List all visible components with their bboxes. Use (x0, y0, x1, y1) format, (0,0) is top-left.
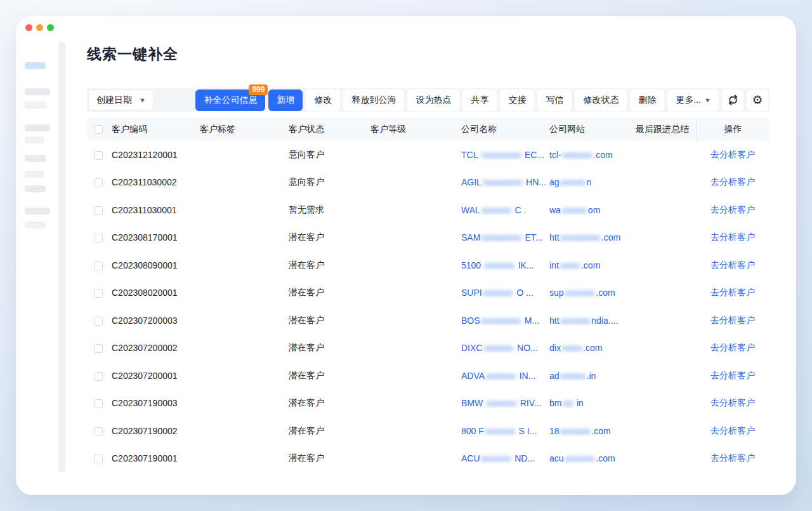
company-website-visible: .com (581, 260, 600, 270)
sidebar-item[interactable] (25, 155, 46, 162)
company-website-link[interactable]: dixoooo.com (549, 343, 636, 353)
row-checkbox[interactable] (94, 427, 103, 436)
company-website-link[interactable]: waoooooom (549, 205, 636, 215)
company-name-link[interactable]: SAMoooooooo ET... (461, 232, 549, 242)
analyze-customer-link[interactable]: 去分析客户 (710, 315, 755, 325)
sidebar-item[interactable] (25, 136, 44, 143)
company-name-link[interactable]: ADVAoooooo IN... (461, 371, 549, 381)
table-row: C202312120001 意向客户 TCL oooooooo EC... tc… (87, 141, 769, 169)
more-label: 更多... (676, 95, 701, 106)
sync-transfer-button[interactable] (722, 90, 743, 111)
add-button[interactable]: 新增 (268, 90, 303, 111)
analyze-customer-link[interactable]: 去分析客户 (710, 149, 755, 159)
sidebar-item[interactable] (25, 171, 44, 178)
complete-company-info-button[interactable]: 补全公司信息 999 (195, 90, 265, 111)
close-window-button[interactable] (25, 24, 32, 31)
row-checkbox[interactable] (94, 317, 103, 326)
row-checkbox-cell (87, 453, 112, 463)
analyze-customer-link[interactable]: 去分析客户 (710, 204, 755, 215)
row-checkbox[interactable] (94, 455, 103, 463)
company-website-link[interactable]: bmoo in (549, 398, 636, 408)
analyze-customer-link[interactable]: 去分析客户 (710, 176, 755, 187)
toolbar-button[interactable]: 删除 (630, 90, 664, 111)
row-checkbox[interactable] (94, 344, 103, 353)
sidebar-item[interactable] (25, 102, 47, 109)
maximize-window-button[interactable] (47, 24, 54, 31)
column-header: 客户等级 (370, 117, 461, 141)
analyze-customer-link[interactable]: 去分析客户 (710, 453, 755, 463)
toolbar-button[interactable]: 写信 (537, 90, 572, 111)
select-all-checkbox[interactable] (94, 125, 103, 134)
row-checkbox[interactable] (94, 234, 103, 242)
table-row: C202307200003 潜在客户 BOSoooooooo M... htto… (87, 307, 769, 335)
row-checkbox[interactable] (94, 289, 103, 298)
company-name-visible: RIV... (518, 398, 542, 408)
row-checkbox[interactable] (94, 151, 103, 160)
company-name-link[interactable]: ACUoooooo ND... (461, 453, 549, 463)
row-checkbox[interactable] (94, 372, 103, 381)
toolbar-button[interactable]: 释放到公海 (343, 90, 404, 111)
company-website-visible: htt (549, 232, 560, 242)
company-name-link[interactable]: 800 Foooooo S I... (461, 426, 549, 436)
minimize-window-button[interactable] (36, 24, 43, 31)
toolbar-button[interactable]: 交接 (500, 90, 534, 111)
company-name-redacted: oooooooo (481, 315, 521, 326)
row-checkbox[interactable] (94, 399, 103, 408)
company-name-link[interactable]: AGILoooooooo HN... (461, 177, 549, 187)
company-name-link[interactable]: DIXCoooooo NO... (461, 343, 549, 353)
customer-status: 潜在客户 (289, 287, 370, 298)
sidebar-item[interactable] (25, 208, 50, 215)
analyze-customer-link[interactable]: 去分析客户 (710, 342, 755, 352)
analyze-customer-link[interactable]: 去分析客户 (710, 397, 755, 408)
more-button[interactable]: 更多... ▼ (667, 90, 719, 111)
sync-transfer-icon (728, 95, 738, 105)
analyze-customer-link[interactable]: 去分析客户 (710, 260, 755, 270)
row-checkbox[interactable] (94, 178, 103, 187)
analyze-customer-link[interactable]: 去分析客户 (710, 232, 755, 242)
settings-button[interactable]: ⚙ (747, 90, 768, 111)
company-name-link[interactable]: SUPIoooooo O ... (461, 288, 549, 298)
toolbar-button[interactable]: 修改 (306, 90, 340, 111)
sidebar-item[interactable] (25, 222, 46, 229)
column-header: 操作 (696, 117, 769, 141)
row-checkbox[interactable] (94, 206, 103, 215)
toolbar-button[interactable]: 修改状态 (575, 90, 627, 111)
company-name-link[interactable]: 5100 oooooo IK... (461, 260, 549, 270)
company-website-link[interactable]: intoooo.com (549, 260, 636, 270)
company-website-link[interactable]: httoooooondia.... (549, 315, 636, 326)
analyze-customer-link[interactable]: 去分析客户 (710, 425, 755, 435)
customer-code: C202311030002 (112, 177, 200, 187)
company-name-link[interactable]: WALoooooo C . (461, 205, 549, 215)
company-name-link[interactable]: TCL oooooooo EC... (461, 150, 549, 160)
row-actions: 去分析客户 (696, 176, 769, 188)
toolbar-button[interactable]: 共享 (462, 90, 497, 111)
company-website-link[interactable]: tcl-oooooo.com (549, 150, 636, 160)
company-website-link[interactable]: agooooon (549, 177, 636, 187)
customer-status: 暂无需求 (289, 204, 370, 216)
analyze-customer-link[interactable]: 去分析客户 (710, 370, 755, 380)
sidebar-item[interactable] (25, 88, 50, 95)
company-name-visible: M... (522, 315, 539, 326)
company-name-link[interactable]: BMW oooooo RIV... (461, 398, 549, 408)
company-website-link[interactable]: 18oooooo.com (549, 426, 636, 436)
desktop-background: { "page": { "title": "线索一键补全" }, "filter… (0, 0, 812, 511)
company-name-redacted: oooooo (486, 371, 516, 381)
company-website-visible: sup (549, 288, 564, 298)
company-name-link[interactable]: BOSoooooooo M... (461, 315, 549, 326)
company-website-link[interactable]: adooooo.in (549, 371, 636, 381)
sidebar-item[interactable] (25, 185, 46, 192)
customer-code: C202307190002 (112, 426, 200, 436)
row-checkbox[interactable] (94, 262, 103, 270)
page-title: 线索一键补全 (87, 44, 178, 64)
toolbar-button[interactable]: 设为热点 (407, 90, 459, 111)
column-header: 客户编码 (112, 117, 200, 141)
company-website-link[interactable]: httoooooooo.com (549, 232, 636, 242)
column-header: 公司网站 (549, 117, 636, 141)
sidebar-item-active[interactable] (25, 62, 46, 69)
analyze-customer-link[interactable]: 去分析客户 (710, 287, 755, 297)
company-website-link[interactable]: acuoooooo.com (549, 453, 636, 463)
company-website-link[interactable]: supoooooo.com (549, 288, 636, 298)
sidebar-item[interactable] (25, 124, 50, 131)
date-filter-select[interactable]: 创建日期 ▼ (88, 90, 154, 110)
company-website-redacted: oo (563, 398, 573, 408)
